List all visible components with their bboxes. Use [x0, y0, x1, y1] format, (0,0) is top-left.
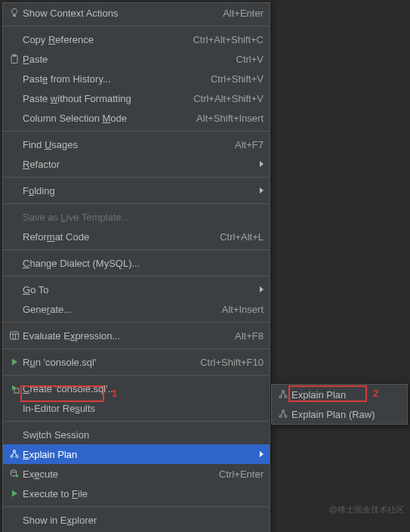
menu-item-label: Change Dialect (MySQL)... — [23, 258, 264, 269]
run-icon — [6, 356, 23, 368]
menu-item-label: Execute — [23, 469, 204, 480]
menu-item-label: Run 'console.sql' — [23, 357, 185, 368]
menu-item-label: Show in Explorer — [23, 515, 264, 526]
menu-item-label: Save as Live Template... — [23, 212, 264, 223]
menu-item-shortcut: Alt+F7 — [235, 139, 264, 150]
menu-item[interactable]: Refactor — [3, 154, 270, 174]
run-icon — [6, 487, 23, 500]
menu-separator — [3, 506, 270, 507]
submenu-item[interactable]: Explain Plan — [272, 385, 407, 404]
menu-item[interactable]: Change Dialect (MySQL)... — [3, 253, 270, 273]
menu-item-label: Folding — [23, 185, 256, 196]
eval-icon — [6, 329, 23, 342]
menu-item-label: Execute to File — [23, 488, 264, 500]
svg-point-20 — [282, 410, 285, 413]
submenu-arrow-icon — [256, 286, 264, 292]
menu-separator — [3, 203, 270, 204]
menu-item-shortcut: Ctrl+Shift+V — [211, 73, 264, 85]
menu-separator — [3, 276, 270, 277]
menu-item-label: Evaluate Expression... — [23, 330, 220, 342]
menu-item[interactable]: Column Selection ModeAlt+Shift+Insert — [3, 108, 270, 128]
menu-item[interactable]: Go To — [3, 280, 270, 299]
svg-point-15 — [282, 391, 285, 393]
watermark: @稀土掘金技术社区 — [329, 504, 404, 515]
submenu-item[interactable]: Explain Plan (Raw) — [272, 404, 407, 424]
menu-item[interactable]: Reformat CodeCtrl+Alt+L — [3, 227, 270, 246]
menu-item-label: Create 'console.sql'... — [23, 383, 264, 394]
blank-icon — [6, 211, 23, 223]
menu-item-shortcut: Alt+Insert — [222, 304, 264, 315]
blank-icon — [6, 73, 23, 85]
menu-separator — [3, 249, 270, 250]
svg-line-24 — [284, 412, 285, 415]
menu-item-label: Copy Reference — [23, 34, 177, 45]
menu-item-label: Find Usages — [23, 139, 220, 150]
menu-item-label: Explain Plan — [291, 389, 401, 401]
svg-point-9 — [16, 456, 18, 458]
menu-item-shortcut: Alt+F8 — [235, 330, 264, 342]
menu-separator — [3, 26, 270, 26]
menu-item-shortcut: Alt+Shift+Insert — [196, 113, 264, 124]
menu-item-label: Paste from History... — [23, 73, 196, 85]
menu-item[interactable]: Paste without FormattingCtrl+Alt+Shift+V — [3, 88, 270, 108]
bulb-icon — [6, 7, 23, 19]
menu-item[interactable]: Show Context ActionsAlt+Enter — [3, 3, 270, 23]
menu-item-shortcut: Ctrl+V — [236, 54, 264, 65]
svg-point-8 — [11, 456, 13, 458]
menu-item-shortcut: Ctrl+Alt+Shift+C — [193, 34, 264, 45]
menu-item-label: Paste without Formatting — [23, 93, 178, 104]
svg-point-17 — [285, 396, 287, 398]
svg-line-10 — [12, 452, 14, 455]
menu-item-label: Go To — [23, 284, 256, 295]
menu-item-label: Refactor — [23, 159, 256, 170]
menu-separator — [3, 322, 270, 323]
menu-separator — [3, 131, 270, 131]
svg-point-7 — [14, 450, 16, 453]
blank-icon — [6, 428, 23, 441]
menu-item[interactable]: Create 'console.sql'... — [3, 379, 270, 398]
submenu-arrow-icon — [256, 187, 264, 193]
blank-icon — [6, 138, 23, 150]
exec-icon — [6, 468, 23, 480]
paste-icon — [6, 53, 23, 65]
svg-line-19 — [284, 392, 285, 395]
blank-icon — [6, 283, 23, 295]
blank-icon — [6, 33, 23, 45]
explain-plan-submenu: Explain PlanExplain Plan (Raw) — [271, 384, 408, 425]
menu-separator — [3, 348, 270, 349]
svg-point-12 — [11, 470, 17, 472]
config-icon — [6, 382, 23, 394]
svg-line-11 — [15, 452, 17, 455]
svg-line-23 — [281, 412, 282, 415]
menu-item[interactable]: Paste from History...Ctrl+Shift+V — [3, 69, 270, 88]
menu-item[interactable]: Switch Session — [3, 425, 270, 444]
menu-item-label: In-Editor Results — [23, 403, 264, 414]
menu-item-shortcut: Ctrl+Alt+Shift+V — [193, 93, 264, 104]
blank-icon — [6, 158, 23, 170]
svg-point-16 — [279, 396, 282, 398]
blank-icon — [6, 112, 23, 124]
menu-item[interactable]: ExecuteCtrl+Enter — [3, 464, 270, 484]
menu-separator — [3, 421, 270, 422]
menu-item[interactable]: Folding — [3, 181, 270, 200]
menu-item[interactable]: PasteCtrl+V — [3, 49, 270, 69]
menu-item-label: Paste — [23, 54, 221, 65]
svg-rect-6 — [14, 388, 19, 393]
menu-item[interactable]: Execute to File — [3, 484, 270, 503]
submenu-arrow-icon — [256, 161, 264, 167]
menu-item[interactable]: Run 'console.sql'Ctrl+Shift+F10 — [3, 352, 270, 372]
menu-item[interactable]: Copy ReferenceCtrl+Alt+Shift+C — [3, 29, 270, 49]
blank-icon — [6, 257, 23, 269]
plan-icon — [275, 408, 291, 420]
menu-item[interactable]: Generate...Alt+Insert — [3, 299, 270, 319]
menu-item[interactable]: Explain Plan — [3, 444, 270, 464]
menu-item[interactable]: Show in Explorer — [3, 510, 270, 530]
menu-item[interactable]: In-Editor Results — [3, 398, 270, 418]
menu-item[interactable]: Evaluate Expression...Alt+F8 — [3, 326, 270, 345]
menu-item-label: Explain Plan — [23, 449, 256, 460]
menu-item-label: Explain Plan (Raw) — [291, 409, 401, 420]
submenu-arrow-icon — [256, 451, 264, 457]
menu-item[interactable]: Find UsagesAlt+F7 — [3, 135, 270, 154]
blank-icon — [6, 92, 23, 104]
plan-icon — [6, 448, 23, 460]
